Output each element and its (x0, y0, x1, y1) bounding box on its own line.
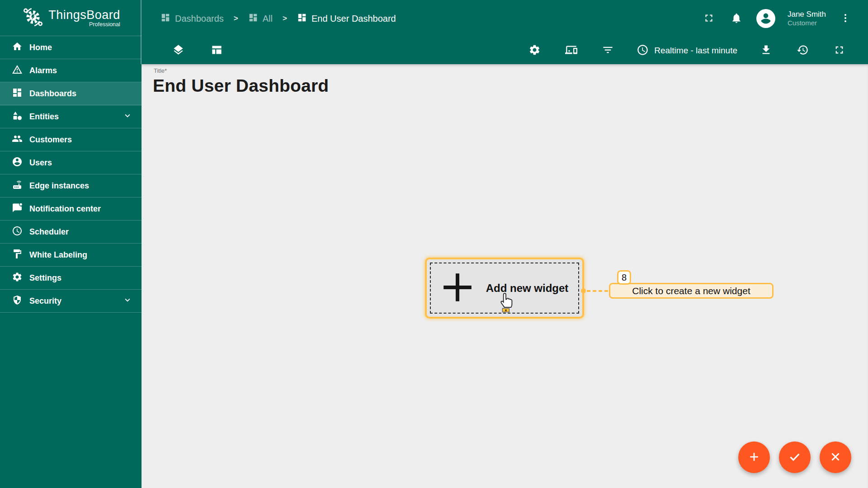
sidebar-item-edge-instances[interactable]: Edge instances (0, 174, 142, 197)
dashboard-toolbar: Realtime - last minute (142, 37, 868, 64)
chevron-down-icon (123, 111, 132, 122)
tour-step-badge: 8 (617, 270, 631, 285)
sidebar-item-security[interactable]: Security (0, 290, 142, 313)
dashboard-settings-button[interactable] (527, 42, 542, 59)
breadcrumb-separator: > (230, 14, 242, 23)
breadcrumb-current-dashboard[interactable]: End User Dashboard (297, 13, 396, 24)
clock-icon (637, 44, 649, 57)
timewindow-label: Realtime - last minute (654, 46, 737, 56)
export-button[interactable] (758, 42, 774, 59)
app-logo[interactable]: ThingsBoard Professional (0, 0, 142, 36)
user-name: Jane Smith (788, 9, 826, 19)
customers-icon (12, 133, 23, 146)
tour-connector-line (587, 290, 608, 292)
dashboard-title[interactable]: End User Dashboard (153, 76, 329, 96)
header: Dashboards > All > End User Dashboard (142, 0, 868, 64)
toolbar-right: Realtime - last minute (527, 42, 847, 59)
history-icon (797, 44, 809, 57)
toolbar-left (170, 42, 225, 59)
sidebar-item-entities[interactable]: Entities (0, 105, 142, 128)
avatar[interactable] (756, 9, 775, 28)
plus-icon (441, 271, 474, 306)
dashboard-grid-icon (248, 13, 258, 24)
dashboards-icon (12, 87, 23, 100)
expand-fullscreen-button[interactable] (831, 42, 847, 59)
more-menu-button[interactable] (838, 11, 853, 27)
app-name: ThingsBoard (48, 8, 120, 22)
sidebar: ThingsBoard Professional Home Alarms Das… (0, 0, 142, 488)
thingsboard-logo-icon (21, 5, 45, 31)
kebab-menu-icon (840, 13, 851, 25)
sidebar-item-notification-center[interactable]: Notification center (0, 197, 142, 221)
fullscreen-icon (703, 12, 715, 25)
sidebar-item-alarms[interactable]: Alarms (0, 59, 142, 82)
filter-icon (602, 44, 614, 57)
gear-icon (528, 44, 541, 57)
top-bar: Dashboards > All > End User Dashboard (142, 0, 868, 37)
home-icon (12, 41, 23, 54)
sidebar-nav: Home Alarms Dashboards Entities Customer… (0, 36, 142, 313)
filter-button[interactable] (600, 42, 616, 59)
manage-states-button[interactable] (209, 42, 225, 59)
person-icon (756, 8, 775, 29)
breadcrumb-dashboards[interactable]: Dashboards (160, 13, 224, 24)
add-new-widget-button[interactable]: Add new widget (425, 258, 584, 319)
manage-layouts-button[interactable] (170, 42, 186, 59)
dashboard-canvas: Title* End User Dashboard Add new widget… (142, 64, 868, 488)
breadcrumb-all[interactable]: All (248, 13, 273, 24)
fab-cancel-button[interactable] (820, 441, 851, 473)
plus-icon (747, 450, 761, 465)
fullscreen-button[interactable] (701, 10, 717, 27)
devices-icon (565, 44, 577, 57)
gear-icon (12, 272, 23, 284)
dashboard-grid-icon (160, 13, 170, 24)
header-actions: Jane Smith Customer (701, 9, 853, 28)
version-history-button[interactable] (795, 42, 811, 59)
breadcrumb: Dashboards > All > End User Dashboard (160, 13, 701, 24)
thingsboard-app: ThingsBoard Professional Home Alarms Das… (0, 0, 868, 488)
clock-icon (12, 225, 23, 238)
app-edition: Professional (89, 21, 120, 28)
router-icon (12, 179, 23, 192)
sidebar-item-scheduler[interactable]: Scheduler (0, 221, 142, 244)
add-widget-label: Add new widget (486, 282, 569, 295)
sidebar-item-dashboards[interactable]: Dashboards (0, 82, 142, 105)
notification-message-icon (12, 202, 23, 215)
entity-aliases-button[interactable] (563, 42, 579, 59)
breadcrumb-separator: > (279, 14, 291, 23)
fab-apply-changes-button[interactable] (779, 441, 811, 473)
fullscreen-icon (833, 44, 845, 57)
title-field-label: Title* (154, 67, 167, 74)
user-circle-icon (12, 156, 23, 169)
sidebar-item-customers[interactable]: Customers (0, 128, 142, 151)
layout-icon (211, 44, 223, 57)
paint-format-icon (12, 249, 23, 261)
shield-icon (12, 295, 23, 307)
timewindow-button[interactable]: Realtime - last minute (637, 44, 737, 57)
layers-icon (172, 44, 184, 57)
alarm-warning-icon (12, 64, 23, 77)
entities-shapes-icon (12, 110, 23, 123)
sidebar-item-settings[interactable]: Settings (0, 267, 142, 290)
check-icon (788, 450, 802, 465)
dashboard-grid-icon (297, 13, 307, 24)
sidebar-item-home[interactable]: Home (0, 36, 142, 59)
sidebar-divider (141, 0, 142, 64)
close-icon (829, 450, 842, 465)
user-info[interactable]: Jane Smith Customer (788, 9, 826, 28)
user-role: Customer (788, 19, 826, 28)
bell-icon (731, 12, 742, 25)
chevron-down-icon (123, 295, 132, 307)
tour-tooltip: Click to create a new widget (609, 283, 774, 299)
fab-add-widget-button[interactable] (738, 441, 770, 473)
tour-connector-dot (581, 288, 586, 293)
sidebar-item-white-labeling[interactable]: White Labeling (0, 244, 142, 267)
notifications-button[interactable] (729, 10, 744, 27)
download-icon (760, 44, 772, 57)
sidebar-item-users[interactable]: Users (0, 151, 142, 174)
